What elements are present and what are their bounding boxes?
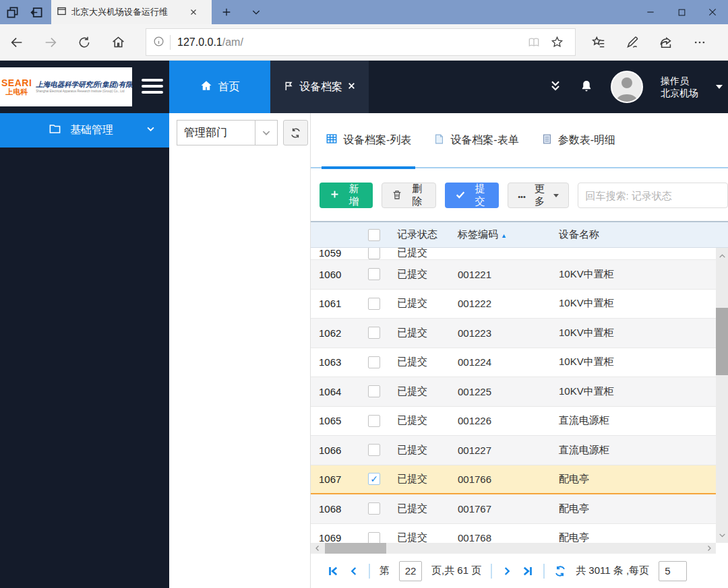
submit-button[interactable]: 提交 [445,183,499,208]
new-tab-button[interactable] [212,0,241,24]
user-menu-caret-icon[interactable] [716,85,723,89]
refresh-icon[interactable] [67,36,101,49]
row-checkbox[interactable] [368,385,380,397]
scroll-right-icon[interactable] [704,543,715,554]
next-page-icon[interactable] [502,566,512,577]
row-number: 1064 [311,386,358,397]
search-input[interactable] [578,183,728,208]
table-row[interactable]: 1062 已提交 001223 10KV中置柜 [311,319,716,348]
column-header-status[interactable]: 记录状态 [390,228,451,241]
pagination-bar: 第 页,共 61 页 共 3011 条 ,每页 [311,554,728,588]
row-checkbox[interactable] [368,444,380,456]
row-device-name: 10KV中置柜 [552,297,716,310]
scroll-up-icon[interactable] [716,250,728,262]
row-checkbox[interactable] [368,356,380,368]
bell-icon[interactable] [580,79,593,95]
set-tabs-aside-icon[interactable] [24,0,49,24]
row-checkbox[interactable] [368,415,380,427]
trash-icon [392,189,402,202]
hamburger-menu-icon[interactable] [142,77,163,96]
row-checkbox[interactable] [368,327,380,339]
maximize-button[interactable] [666,0,697,24]
row-code: 001766 [451,473,552,485]
table-row[interactable]: 1063 已提交 001224 10KV中置柜 [311,348,716,378]
row-checkbox[interactable] [368,298,380,310]
close-button[interactable] [697,0,728,24]
vertical-scrollbar-thumb[interactable] [716,308,728,375]
row-code: 001224 [451,356,552,368]
more-button[interactable]: 更多 [508,183,569,208]
scroll-down-icon[interactable] [716,529,728,541]
add-button[interactable]: 新增 [320,183,373,208]
department-select[interactable]: 管理部门 [177,120,278,145]
table-row[interactable]: 1066 已提交 001227 直流电源柜 [311,436,716,465]
table-row[interactable]: 1065 已提交 001226 直流电源柜 [311,407,716,436]
horizontal-scrollbar-thumb[interactable] [325,543,386,554]
address-bar[interactable]: 127.0.0.1/am/ [146,28,576,56]
table-row[interactable]: 1064 已提交 001225 10KV中置柜 [311,377,716,407]
page-number-input[interactable] [399,561,422,581]
tree-refresh-button[interactable] [283,120,308,145]
tab-device-archive-list[interactable]: 设备档案-列表 [326,112,411,168]
logo-seari-text: SEARI [1,78,32,88]
first-page-icon[interactable] [327,565,339,577]
vertical-scrollbar[interactable] [716,248,728,543]
row-checkbox[interactable] [368,502,380,515]
home-icon[interactable] [101,35,135,49]
sidebar-item-basic-management[interactable]: 基础管理 [0,113,169,148]
double-chevron-down-icon[interactable] [549,79,562,95]
table-row[interactable]: 1069 已提交 001768 配电亭 [311,524,716,544]
page-size-input[interactable] [659,561,687,581]
tab-close-icon[interactable] [189,8,198,16]
select-all-checkbox[interactable] [368,229,380,241]
main-content: 设备档案-列表 设备档案-表单 参数表-明细 新增 [311,113,728,588]
horizontal-scrollbar[interactable] [311,543,716,554]
user-info[interactable]: 操作员 北京机场 [661,75,698,99]
row-code: 001223 [451,327,552,339]
row-checkbox[interactable] [368,248,380,259]
tab-device-archive-form[interactable]: 设备档案-表单 [433,112,518,168]
table-row[interactable]: 1060 已提交 001221 10KV中置柜 [311,260,716,290]
page-suffix: 页,共 61 页 [431,564,481,577]
avatar[interactable] [611,71,643,103]
tab-preview-icon[interactable] [0,0,24,24]
table-row[interactable]: 1061 已提交 001222 10KV中置柜 [311,290,716,319]
table-row[interactable]: 1067 已提交 001766 配电亭 [311,465,716,495]
pager-refresh-icon[interactable] [554,565,566,577]
reading-view-icon[interactable] [522,36,545,49]
annotate-pen-icon[interactable] [620,35,644,49]
row-status: 已提交 [390,531,451,543]
scroll-left-icon[interactable] [312,543,323,554]
tab-list-chevron-icon[interactable] [241,0,271,24]
settings-more-icon[interactable] [688,36,712,49]
site-info-icon[interactable] [153,36,164,49]
forward-icon[interactable] [34,35,67,50]
row-status: 已提交 [390,385,451,398]
url-text[interactable]: 127.0.0.1/am/ [177,36,522,48]
company-logo: SEARI 上电科 上海电器科学研究所(集团)有限公司 Shanghai Ele… [0,67,132,106]
back-icon[interactable] [0,35,34,50]
tab-close-icon[interactable] [347,81,356,93]
delete-button[interactable]: 删除 [382,183,435,208]
minimize-button[interactable] [635,0,666,24]
chevron-down-icon[interactable] [255,121,277,145]
row-checkbox[interactable] [368,532,380,543]
hub-favorites-icon[interactable] [586,35,611,50]
prev-page-icon[interactable] [348,566,359,577]
share-icon[interactable] [654,35,678,50]
tab-parameter-detail[interactable]: 参数表-明细 [541,112,615,168]
row-device-name: 直流电源柜 [552,414,716,427]
favorite-star-icon[interactable] [545,36,568,48]
table-row[interactable]: 1068 已提交 001767 配电亭 [311,494,716,524]
last-page-icon[interactable] [522,565,534,577]
column-header-code[interactable]: 标签编码▲ [451,228,552,241]
row-checkbox[interactable] [368,268,380,280]
table-row[interactable]: 1059 已提交 [311,248,716,260]
row-number: 1066 [311,445,358,456]
browser-tab[interactable]: 北京大兴机场设备运行维 [51,0,212,24]
open-tab-device-archive[interactable]: 设备档案 [270,61,369,113]
row-checkbox[interactable] [368,473,380,485]
nav-home-button[interactable]: 首页 [169,61,270,113]
column-header-name[interactable]: 设备名称 [552,228,728,241]
pager-separator [491,564,492,579]
